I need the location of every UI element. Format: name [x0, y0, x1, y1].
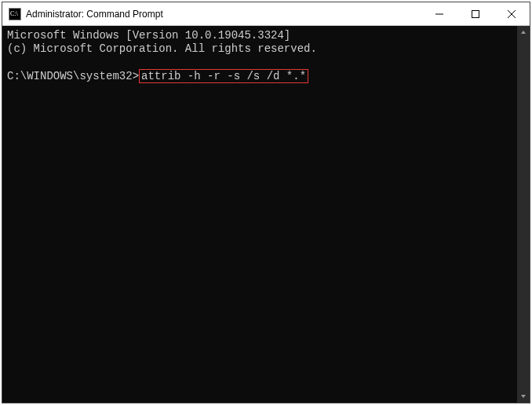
svg-text:C:\: C:\: [10, 10, 19, 17]
minimize-button[interactable]: [421, 2, 457, 25]
terminal-area: Microsoft Windows [Version 10.0.19045.33…: [2, 26, 530, 403]
copyright-line: (c) Microsoft Corporation. All rights re…: [7, 42, 512, 56]
window-title: Administrator: Command Prompt: [26, 9, 421, 20]
scroll-down-arrow-icon[interactable]: [517, 390, 530, 403]
cmd-icon: C:\: [9, 8, 21, 20]
command-text: attrib -h -r -s /s /d *.*: [141, 70, 306, 82]
command-prompt-window: C:\ Administrator: Command Prompt Micros…: [2, 2, 530, 403]
scroll-up-arrow-icon[interactable]: [517, 26, 530, 38]
svg-rect-3: [472, 10, 479, 17]
close-button[interactable]: [494, 2, 530, 25]
blank-line: [7, 56, 512, 69]
prompt-line: C:\WINDOWS\system32>attrib -h -r -s /s /…: [7, 69, 512, 83]
terminal-content[interactable]: Microsoft Windows [Version 10.0.19045.33…: [2, 26, 517, 403]
maximize-button[interactable]: [457, 2, 494, 25]
window-controls: [421, 2, 530, 25]
titlebar[interactable]: C:\ Administrator: Command Prompt: [2, 2, 530, 26]
prompt-text: C:\WINDOWS\system32>: [7, 70, 139, 82]
vertical-scrollbar[interactable]: [517, 26, 530, 403]
command-highlight: attrib -h -r -s /s /d *.*: [139, 69, 308, 83]
version-line: Microsoft Windows [Version 10.0.19045.33…: [7, 29, 512, 42]
